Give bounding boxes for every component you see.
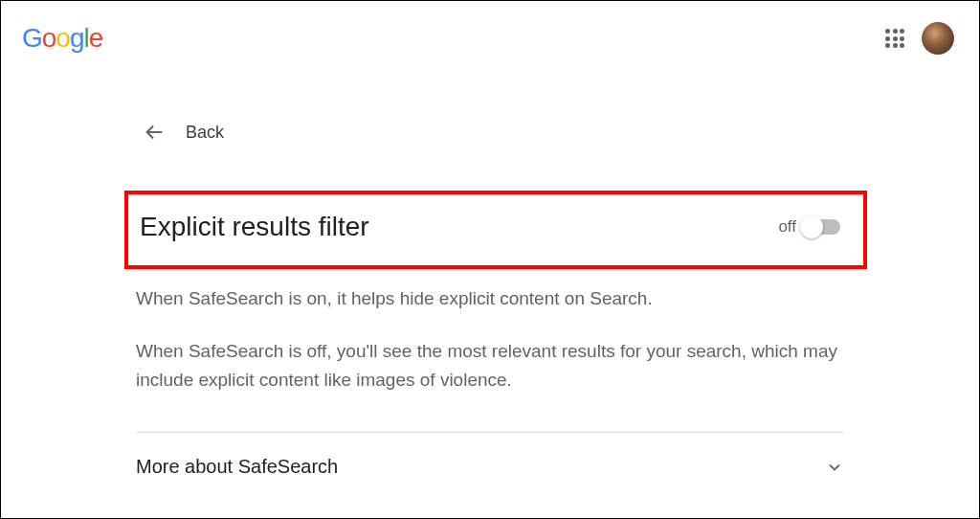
- safesearch-toggle[interactable]: [802, 219, 840, 235]
- expander-title: More about SafeSearch: [136, 456, 338, 478]
- arrow-left-icon: [144, 122, 165, 143]
- toggle-knob: [800, 215, 823, 238]
- back-button[interactable]: Back: [136, 122, 844, 143]
- toggle-state-label: off: [778, 217, 796, 237]
- description-on: When SafeSearch is on, it helps hide exp…: [136, 284, 844, 312]
- google-logo[interactable]: Google: [22, 23, 102, 54]
- header: Google: [1, 1, 979, 64]
- description-off: When SafeSearch is off, you'll see the m…: [136, 337, 844, 394]
- more-about-expander[interactable]: More about SafeSearch: [136, 433, 844, 485]
- avatar[interactable]: [922, 22, 954, 55]
- chevron-down-icon: [825, 458, 844, 477]
- back-label: Back: [186, 123, 224, 143]
- apps-grid-icon[interactable]: [885, 29, 904, 48]
- toggle-wrap: off: [778, 217, 840, 237]
- header-right: [885, 22, 954, 55]
- main-content: Back Explicit results filter off When Sa…: [117, 122, 863, 485]
- filter-title: Explicit results filter: [140, 212, 369, 242]
- filter-row-highlight: Explicit results filter off: [124, 191, 867, 269]
